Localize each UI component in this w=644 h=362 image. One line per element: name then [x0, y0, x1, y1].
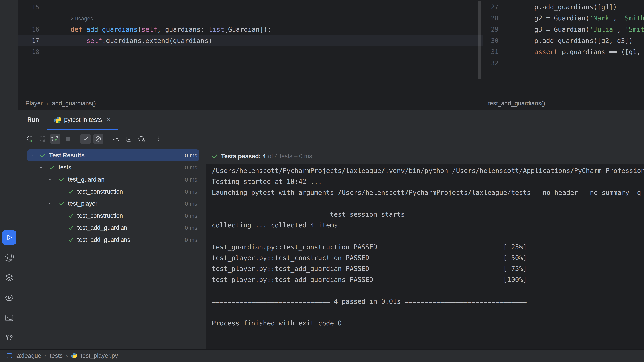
statusbar-crumb-project[interactable]: laxleague	[16, 352, 41, 359]
test-tree-row[interactable]: test_add_guardians0 ms	[18, 234, 206, 246]
line-number[interactable]: 32	[483, 57, 517, 69]
pycharm-window: 152 usages16 def add_guardians(self, gua…	[0, 0, 644, 362]
test-name: tests	[58, 164, 71, 171]
version-control-button[interactable]	[2, 331, 16, 345]
rerun-failed-tests-button[interactable]	[37, 134, 48, 144]
inlay-hint-row[interactable]: 2 usages	[18, 12, 483, 24]
code-line[interactable]: 16 def add_guardians(self, guardians: li…	[18, 24, 483, 35]
code-line[interactable]: 27 p.add_guardians([g1])	[483, 1, 644, 12]
code-text[interactable]: p.add_guardians([g1])	[517, 1, 617, 12]
code-line[interactable]: 30 p.add_guardians([g2, g3])	[483, 35, 644, 46]
code-line[interactable]: 32	[483, 57, 644, 69]
statusbar-crumb-file[interactable]: test_player.py	[81, 352, 118, 359]
test-passed-icon	[68, 188, 77, 195]
console-output: /Users/helenscott/PycharmProjects/laxlea…	[206, 164, 644, 350]
test-tree-row[interactable]: test_construction0 ms	[18, 210, 206, 222]
close-icon[interactable]: ✕	[106, 117, 111, 123]
stop-button[interactable]	[63, 134, 73, 144]
status-bar: laxleague › tests › test_player.py	[0, 350, 644, 362]
breadcrumb-test-method[interactable]: test_add_guardians()	[488, 100, 545, 107]
test-passed-icon	[58, 176, 68, 183]
editor-pane-player[interactable]: 152 usages16 def add_guardians(self, gua…	[18, 0, 483, 97]
test-tree-row[interactable]: test_guardian0 ms	[18, 173, 206, 186]
line-number[interactable]	[18, 12, 54, 24]
test-duration: 0 ms	[185, 213, 197, 219]
code-text[interactable]: assert p.guardians == ([g1, g2, g3])	[517, 46, 644, 57]
chevron-down-icon[interactable]	[38, 165, 49, 170]
test-console: Tests passed: 4 of 4 tests – 0 ms /Users…	[206, 148, 644, 350]
statusbar-crumb-folder[interactable]: tests	[50, 352, 62, 359]
chevron-right-icon: ›	[46, 100, 48, 107]
code-text[interactable]	[517, 57, 518, 69]
test-history-button[interactable]	[136, 134, 146, 144]
line-number[interactable]: 16	[18, 24, 54, 35]
chevron-down-icon[interactable]	[48, 201, 58, 206]
code-text[interactable]: def add_guardians(self, guardians: list[…	[54, 24, 271, 35]
line-number[interactable]: 28	[483, 12, 517, 24]
test-name: test_player	[68, 200, 98, 207]
breadcrumb-class[interactable]: Player	[26, 100, 42, 107]
code-token: def	[70, 26, 86, 33]
python-console-button[interactable]	[2, 250, 16, 265]
line-number[interactable]: 27	[483, 1, 517, 12]
terminal-button[interactable]	[2, 311, 16, 325]
code-line[interactable]: 18	[18, 46, 483, 57]
chevron-down-icon[interactable]	[48, 177, 58, 182]
code-token: ,	[613, 14, 621, 22]
git-branch-icon	[5, 334, 14, 343]
run-tool-window-button[interactable]	[2, 230, 16, 245]
toolbar-separator	[150, 134, 150, 144]
line-number[interactable]: 31	[483, 46, 517, 57]
code-text[interactable]: 2 usages	[54, 12, 93, 24]
line-number[interactable]: 15	[18, 1, 54, 12]
navigate-with-single-click-button[interactable]	[124, 134, 134, 144]
chevron-right-icon: ›	[44, 353, 46, 359]
python-packages-button[interactable]	[2, 271, 16, 285]
code-token: 'Mark'	[590, 14, 613, 22]
code-line[interactable]: 15	[18, 1, 483, 12]
code-token: p.add_guardians([g1])	[518, 3, 617, 11]
chevron-down-icon[interactable]	[29, 153, 40, 158]
code-text[interactable]: g3 = Guardian('Julia', 'Smith')	[517, 24, 644, 35]
sort-tests-button[interactable]	[111, 134, 121, 144]
code-text[interactable]: g2 = Guardian('Mark', 'Smith')	[517, 12, 644, 24]
code-line[interactable]: 28 g2 = Guardian('Mark', 'Smith')	[483, 12, 644, 24]
show-ignored-button[interactable]	[93, 134, 104, 144]
line-number[interactable]: 30	[483, 35, 517, 46]
line-number[interactable]: 18	[18, 46, 54, 57]
code-token: ,	[617, 26, 625, 33]
services-button[interactable]	[2, 291, 16, 305]
tool-window-stripe	[0, 0, 18, 350]
test-tree-row[interactable]: tests0 ms	[18, 161, 206, 173]
test-tree-row[interactable]: test_construction0 ms	[18, 186, 206, 198]
more-options-button[interactable]	[154, 134, 164, 144]
test-tree-row[interactable]: Test Results0 ms	[18, 149, 206, 161]
code-line[interactable]: 17 self.guardians.extend(guardians)	[18, 35, 483, 46]
test-tree-row[interactable]: test_player0 ms	[18, 198, 206, 210]
usages-inlay-hint[interactable]: 2 usages	[70, 15, 93, 22]
test-name: test_construction	[77, 212, 123, 219]
code-text[interactable]: p.add_guardians([g2, g3])	[517, 35, 633, 46]
code-token: add_guardians	[86, 26, 138, 33]
breadcrumb-method[interactable]: add_guardians()	[52, 100, 96, 107]
code-line[interactable]: 29 g3 = Guardian('Julia', 'Smith')	[483, 24, 644, 35]
toggle-auto-test-button[interactable]	[50, 134, 60, 144]
editor-pane-test-player[interactable]: 27 p.add_guardians([g1])28 g2 = Guardian…	[483, 0, 644, 97]
line-number[interactable]: 29	[483, 24, 517, 35]
test-duration: 0 ms	[185, 200, 197, 207]
code-text[interactable]: self.guardians.extend(guardians)	[54, 35, 212, 46]
test-tree-row[interactable]: test_add_guardian0 ms	[18, 222, 206, 234]
editor-split-divider[interactable]	[483, 0, 483, 110]
code-token: [Guardian]):	[224, 26, 272, 33]
code-token: assert	[518, 48, 562, 56]
line-number[interactable]: 17	[18, 35, 54, 46]
editor-breadcrumb-bar: Player › add_guardians() test_add_guardi…	[18, 97, 644, 110]
test-duration: 0 ms	[185, 152, 197, 159]
tab-pytest-in-tests[interactable]: pytest in tests ✕	[47, 110, 118, 130]
test-passed-icon	[211, 153, 218, 160]
show-passed-button[interactable]	[80, 134, 91, 144]
editor-scrollbar-thumb[interactable]	[478, 1, 481, 79]
code-line[interactable]: 31 assert p.guardians == ([g1, g2, g3])	[483, 46, 644, 57]
rerun-button[interactable]	[24, 134, 35, 144]
tab-label: pytest in tests	[64, 116, 102, 123]
